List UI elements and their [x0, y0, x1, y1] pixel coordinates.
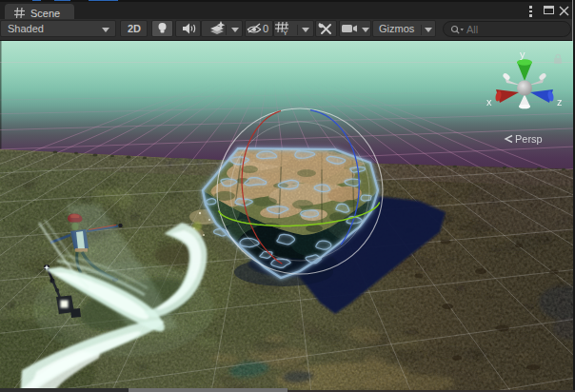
svg-text:y: y — [520, 49, 525, 60]
svg-text:x: x — [486, 96, 492, 108]
svg-text:Y: Y — [283, 29, 288, 36]
svg-text:z: z — [557, 96, 563, 108]
svg-text:Persp: Persp — [515, 133, 543, 145]
